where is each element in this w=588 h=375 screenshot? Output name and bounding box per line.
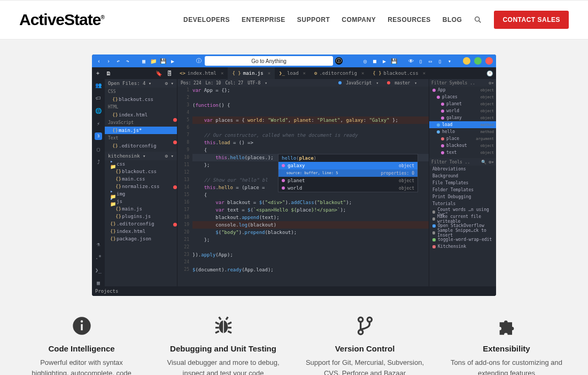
- editor-tab[interactable]: ⚙ .editorconfig ×: [310, 67, 368, 79]
- file-item[interactable]: {}blackout.css: [105, 168, 177, 175]
- editor-tab[interactable]: ❯_ load ×: [275, 67, 310, 79]
- outline-symbol[interactable]: loadmethod: [429, 121, 496, 128]
- autocomplete-item[interactable]: worldobject: [278, 184, 417, 192]
- gear-icon[interactable]: ⚙ ▾: [165, 153, 174, 159]
- add-tab-icon[interactable]: ＋: [94, 69, 102, 77]
- open-file-item[interactable]: {}.editorconfig: [105, 142, 177, 150]
- nav-developers[interactable]: DEVELOPERS: [183, 16, 230, 24]
- file-item[interactable]: {}index.html: [105, 228, 177, 235]
- tool-item[interactable]: Tutorials: [429, 200, 496, 207]
- preview-icon[interactable]: 👁: [407, 57, 415, 65]
- contact-sales-button[interactable]: CONTACT SALES: [494, 11, 569, 29]
- flask-icon[interactable]: ⚗: [95, 240, 102, 248]
- regex-icon[interactable]: .*: [95, 253, 102, 261]
- outline-symbol[interactable]: placesobject: [429, 93, 496, 100]
- caret-icon[interactable]: ▾: [446, 57, 453, 65]
- tool-item[interactable]: Print Debugging: [429, 193, 496, 200]
- snippet-item[interactable]: Kitchensink: [429, 243, 496, 250]
- gear-icon[interactable]: ⚙▾: [489, 81, 494, 85]
- tool-item[interactable]: Abbreviations: [429, 166, 496, 173]
- maximize-icon[interactable]: [474, 57, 482, 65]
- globe-icon[interactable]: 🌐: [95, 107, 102, 114]
- snippet-item[interactable]: toggle-word-wrap-edit: [429, 236, 496, 243]
- open-file-item[interactable]: {}main.js*: [105, 127, 177, 134]
- play-icon[interactable]: ▶: [381, 57, 388, 65]
- project-name[interactable]: kitchensink: [108, 153, 140, 159]
- tool-item[interactable]: Folder Templates: [429, 186, 496, 193]
- brand-logo[interactable]: ActiveState®: [19, 11, 104, 29]
- layout1-icon[interactable]: ▯: [417, 57, 424, 65]
- outline-symbol[interactable]: galaxyobject: [429, 114, 496, 121]
- editor-tab[interactable]: { } blackout.css ×: [368, 67, 430, 79]
- snippet-item[interactable]: Sample Snippe…ck to Insert: [429, 229, 496, 236]
- filter-symbols-input[interactable]: Filter Symbols ..: [431, 81, 475, 85]
- badge-icon[interactable]: 3: [95, 132, 102, 140]
- files-icon[interactable]: 🗎: [105, 69, 112, 77]
- folder-item[interactable]: ▸📁css: [105, 160, 177, 168]
- layout3-icon[interactable]: ▯: [436, 57, 444, 65]
- outline-symbol[interactable]: blackoutobject: [429, 142, 496, 149]
- open-file-item[interactable]: {}blackout.css: [105, 96, 177, 103]
- info-icon[interactable]: ⓘ: [195, 57, 203, 65]
- search-icon[interactable]: [474, 15, 482, 24]
- snippet-item[interactable]: Make current file writeable: [429, 215, 496, 222]
- go-to-anything-input[interactable]: Go to Anything: [205, 56, 333, 66]
- nav-resources[interactable]: RESOURCES: [388, 16, 431, 24]
- layout2-icon[interactable]: ▭: [427, 57, 434, 65]
- autocomplete-popup[interactable]: hello(place) galaxyobject source: buffer…: [278, 154, 418, 192]
- clock-icon[interactable]: 🕐: [486, 69, 493, 77]
- new-file-icon[interactable]: ▦: [140, 57, 148, 65]
- file-item[interactable]: {}plugins.js: [105, 213, 177, 220]
- bookmark-icon[interactable]: 🔖: [155, 69, 163, 77]
- tool-item[interactable]: File Templates: [429, 179, 496, 186]
- record-icon[interactable]: ◎: [361, 57, 369, 65]
- file-item[interactable]: {}.editorconfig: [105, 220, 177, 228]
- undo-icon[interactable]: ↶: [114, 57, 122, 65]
- open-icon[interactable]: 📁: [150, 57, 157, 65]
- terminal-icon[interactable]: ❯_: [95, 266, 102, 274]
- close-icon[interactable]: [485, 57, 493, 65]
- tool-item[interactable]: Background: [429, 173, 496, 179]
- outline-symbol[interactable]: worldobject: [429, 107, 496, 114]
- nav-enterprise[interactable]: ENTERPRISE: [242, 16, 285, 24]
- file-item[interactable]: {}normalize.css: [105, 183, 177, 190]
- outline-symbol[interactable]: Appobject: [429, 87, 496, 93]
- info2-icon[interactable]: ⓘ: [335, 57, 343, 65]
- bolt-icon[interactable]: ⚡: [95, 120, 102, 127]
- gear-icon[interactable]: ⚙ ▾: [165, 81, 174, 86]
- search-icon[interactable]: 🔍 ⚙▾: [481, 160, 494, 165]
- layout-rail-icon[interactable]: ▦: [95, 279, 102, 286]
- outline-symbol[interactable]: textobject: [429, 149, 496, 156]
- run-icon[interactable]: ▶: [169, 57, 176, 65]
- db-icon[interactable]: 🗄: [166, 69, 173, 77]
- editor-tab[interactable]: { } main.js ×: [228, 67, 275, 79]
- share-icon[interactable]: ⤴: [95, 158, 102, 166]
- file-item[interactable]: {}main.js: [105, 205, 177, 213]
- file-item[interactable]: {}package.json: [105, 235, 177, 243]
- nav-blog[interactable]: BLOG: [443, 16, 462, 24]
- back-icon[interactable]: ‹: [95, 57, 103, 65]
- line-gutter[interactable]: 1234567891011121314151617181920212223242…: [177, 87, 192, 286]
- autocomplete-item[interactable]: planetobject: [278, 177, 417, 184]
- open-file-item[interactable]: {}index.html: [105, 111, 177, 119]
- nav-support[interactable]: SUPPORT: [297, 16, 330, 24]
- forward-icon[interactable]: ›: [105, 57, 112, 65]
- nav-company[interactable]: COMPANY: [342, 16, 376, 24]
- tag-icon[interactable]: 🏷: [95, 94, 102, 101]
- panel-icon[interactable]: ▢: [95, 145, 102, 153]
- editor-tab[interactable]: <> index.html ×: [175, 67, 228, 79]
- minimize-icon[interactable]: [463, 57, 470, 65]
- outline-symbol[interactable]: hellomethod: [429, 128, 496, 135]
- save-macro-icon[interactable]: 💾: [390, 57, 398, 65]
- outline-symbol[interactable]: planetobject: [429, 100, 496, 107]
- redo-icon[interactable]: ↷: [124, 57, 131, 65]
- projects-label[interactable]: Projects: [95, 288, 118, 294]
- save-icon[interactable]: 💾: [159, 57, 167, 65]
- autocomplete-item[interactable]: galaxyobject: [278, 162, 417, 169]
- filter-tools-input[interactable]: Filter Tools ..: [431, 160, 470, 165]
- file-item[interactable]: {}main.css: [105, 175, 177, 183]
- folder-item[interactable]: ▸📁img: [105, 190, 177, 198]
- users-icon[interactable]: 👥: [95, 81, 102, 89]
- stop-icon[interactable]: ■: [371, 57, 378, 65]
- outline-symbol[interactable]: placeargument: [429, 135, 496, 142]
